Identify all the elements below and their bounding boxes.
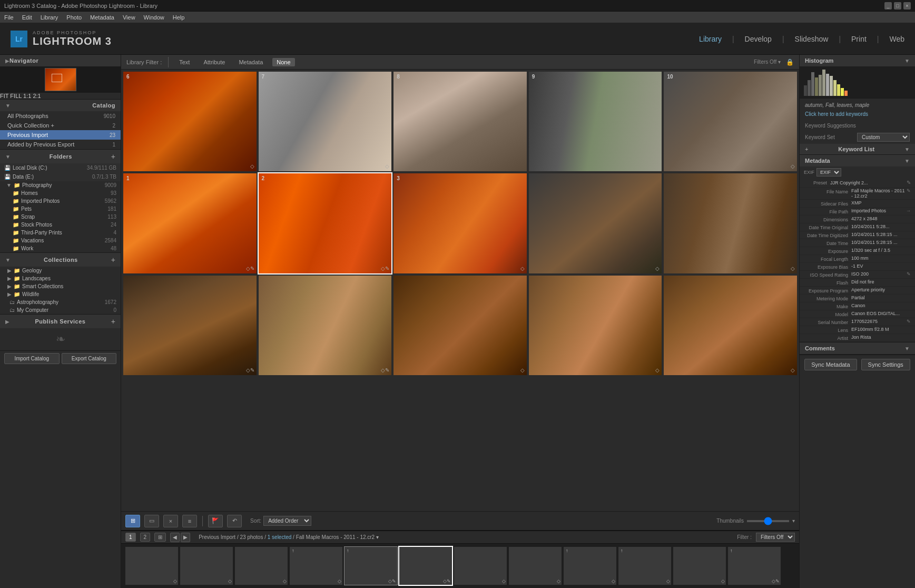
filmstrip-photo[interactable]: ◇ (180, 547, 233, 585)
export-catalog-button[interactable]: Export Catalog (62, 353, 117, 364)
photo-cell-7[interactable]: 7 ◇ (259, 72, 392, 171)
view-mode-1-button[interactable]: 1 (125, 533, 136, 542)
photo-cell-5[interactable]: ◇ (664, 173, 797, 273)
menu-help[interactable]: Help (173, 14, 185, 21)
meta-edit-icon[interactable]: ✎ (907, 188, 911, 193)
folder-work[interactable]: 📁 Work 48 (0, 244, 121, 252)
collection-smart[interactable]: ▶ 📁 Smart Collections (0, 282, 121, 290)
photo-cell-11[interactable]: ◇✎ (123, 276, 257, 375)
menu-library[interactable]: Library (41, 14, 58, 21)
nav-1-1[interactable]: 1:1 (23, 93, 31, 99)
next-arrow[interactable]: ▶ (181, 533, 190, 542)
menu-edit[interactable]: Edit (22, 14, 32, 21)
nav-fit[interactable]: FIT (0, 93, 8, 99)
view-grid-button[interactable]: ⊞ (154, 533, 166, 542)
import-catalog-button[interactable]: Import Catalog (4, 353, 60, 364)
collection-astrophotography[interactable]: 🗂 Astrophotography 1672 (0, 298, 121, 306)
folder-imported-photos[interactable]: 📁 Imported Photos 5962 (0, 197, 121, 205)
photo-cell-15[interactable]: ◇ (664, 276, 797, 375)
filter-text-button[interactable]: Text (175, 58, 194, 66)
folder-scrap[interactable]: 📁 Scrap 113 (0, 213, 121, 221)
compare-view-button[interactable]: × (163, 515, 178, 527)
filmstrip-photo[interactable]: ◇✎ ↑ (728, 547, 781, 585)
filter-metadata-button[interactable]: Metadata (234, 58, 267, 66)
photo-cell-1[interactable]: 1 ◇✎ (123, 173, 257, 273)
maximize-button[interactable]: □ (894, 2, 901, 9)
loupe-view-button[interactable]: ▭ (144, 515, 159, 527)
navigator-header[interactable]: ▶ Navigator (0, 55, 121, 66)
rotate-left-button[interactable]: ↶ (227, 515, 242, 527)
sync-settings-button[interactable]: Sync Settings (861, 359, 910, 370)
filmstrip-filter-select[interactable]: Filters Off (756, 533, 795, 542)
filmstrip-photo[interactable]: ◇ (673, 547, 726, 585)
folder-homes[interactable]: 📁 Homes 93 (0, 189, 121, 197)
nav-print[interactable]: Print (851, 35, 867, 43)
photo-cell-9[interactable]: 9 (529, 72, 662, 171)
menu-file[interactable]: File (4, 14, 14, 21)
publish-add-button[interactable]: + (111, 317, 115, 326)
photo-cell-12[interactable]: ◇✎ (259, 276, 392, 375)
collections-header[interactable]: ▼ Collections + (0, 253, 121, 267)
photo-cell-3[interactable]: 3 ◇ (393, 173, 527, 273)
menu-view[interactable]: View (123, 14, 135, 21)
photo-cell-4[interactable]: ◇ (529, 173, 662, 273)
collection-geology[interactable]: ▶ 📁 Geology (0, 267, 121, 275)
menu-photo[interactable]: Photo (66, 14, 82, 21)
flag-button[interactable]: 🚩 (208, 515, 223, 527)
filmstrip-photo[interactable]: ◇ (454, 547, 507, 585)
comments-header[interactable]: Comments ▼ (800, 342, 915, 354)
photo-cell-10[interactable]: 10 ◇ (664, 72, 797, 171)
close-button[interactable]: × (903, 2, 911, 9)
catalog-all-photos[interactable]: All Photographs 9010 (0, 111, 121, 121)
catalog-previous-import[interactable]: Previous Import 23 (0, 130, 121, 140)
nav-web[interactable]: Web (889, 35, 904, 43)
keyword-add-icon[interactable]: + (805, 146, 808, 152)
filmstrip-photo[interactable]: ◇ (235, 547, 288, 585)
nav-fill[interactable]: FILL (10, 93, 22, 99)
folders-header[interactable]: ▼ Folders + (0, 150, 121, 163)
collection-landscapes[interactable]: ▶ 📁 Landscapes (0, 275, 121, 282)
keyword-set-select[interactable]: Custom (857, 133, 910, 142)
filmstrip-photo[interactable]: ◇ (509, 547, 562, 585)
click-add-keywords[interactable]: Click here to add keywords (805, 111, 910, 117)
nav-slideshow[interactable]: Slideshow (795, 35, 829, 43)
menu-metadata[interactable]: Metadata (90, 14, 114, 21)
filmstrip-photo[interactable]: ◇ ↑ (618, 547, 671, 585)
filmstrip-photo[interactable]: ◇ ↑ (564, 547, 616, 585)
menu-window[interactable]: Window (144, 14, 164, 21)
collection-wildlife[interactable]: ▶ 📁 Wildlife (0, 290, 121, 298)
catalog-added-by-export[interactable]: Added by Previous Export 1 (0, 140, 121, 149)
nav-develop[interactable]: Develop (745, 35, 772, 43)
thumbnail-size-slider[interactable] (747, 520, 789, 522)
survey-view-button[interactable]: ≡ (182, 515, 197, 527)
nav-library[interactable]: Library (699, 35, 722, 43)
publish-services-header[interactable]: ▶ Publish Services + (0, 315, 121, 328)
catalog-quick-collection[interactable]: Quick Collection + 2 (0, 121, 121, 130)
prev-arrow[interactable]: ◀ (170, 533, 180, 542)
meta-path-icon[interactable]: → (906, 208, 911, 213)
filmstrip-photo-selected[interactable]: ◇✎ (399, 547, 452, 585)
folder-photography[interactable]: ▼ 📁 Photography 9009 (0, 181, 121, 189)
metadata-header[interactable]: Metadata ▼ (800, 155, 915, 166)
folders-add-button[interactable]: + (111, 152, 115, 161)
photo-cell-6[interactable]: 6 ◇ (123, 72, 257, 171)
filmstrip-photo[interactable]: ◇✎ ↑ (345, 547, 397, 585)
folder-pets[interactable]: 📁 Pets 181 (0, 205, 121, 213)
photo-cell-14[interactable]: ◇ (529, 276, 662, 375)
nav-2-1[interactable]: 2:1 (33, 93, 41, 99)
folder-vacations[interactable]: 📁 Vacations 2584 (0, 237, 121, 244)
histogram-header[interactable]: Histogram ▼ (800, 55, 915, 66)
exif-select[interactable]: EXIF IPTC All (816, 168, 841, 177)
catalog-header[interactable]: ▼ Catalog (0, 100, 121, 111)
filter-attribute-button[interactable]: Attribute (199, 58, 229, 66)
filters-off[interactable]: Filters Off ▾ (754, 59, 781, 65)
view-mode-2-button[interactable]: 2 (140, 533, 151, 542)
collections-add-button[interactable]: + (111, 256, 115, 264)
photo-cell-8[interactable]: 8 (393, 72, 527, 171)
grid-view-button[interactable]: ⊞ (125, 515, 140, 527)
preset-edit-icon[interactable]: ✎ (907, 180, 911, 185)
collection-my-computer[interactable]: 🗂 My Computer 0 (0, 306, 121, 314)
sort-select[interactable]: Added Order Capture Time File Name Ratin… (263, 516, 311, 526)
filmstrip-photo[interactable]: ◇ ↑ (290, 547, 342, 585)
photo-cell-13[interactable]: ◇ (393, 276, 527, 375)
